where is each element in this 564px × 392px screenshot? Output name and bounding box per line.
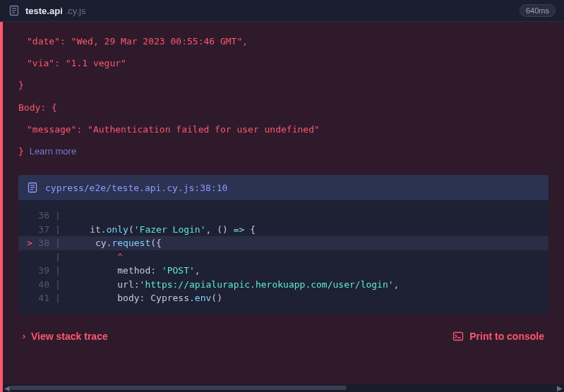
- code-line: | ^: [18, 250, 548, 264]
- main-area: "date": "Wed, 29 Mar 2023 00:55:46 GMT",…: [0, 22, 564, 392]
- code-line: >38| cy.request({: [18, 236, 548, 250]
- file-icon: [27, 182, 38, 193]
- error-content: "date": "Wed, 29 Mar 2023 00:55:46 GMT",…: [3, 22, 564, 392]
- header-left: teste.api .cy.js: [8, 5, 85, 16]
- footer-actions: › View stack trace Print to console: [3, 314, 564, 350]
- console-icon: [452, 331, 464, 342]
- error-body-close: } Learn more: [18, 140, 548, 162]
- print-to-console-button[interactable]: Print to console: [452, 331, 544, 342]
- codeframe-path-link[interactable]: cypress/e2e/teste.api.cy.js:38:10: [18, 175, 548, 200]
- chevron-right-icon: ›: [23, 331, 25, 341]
- error-text-block: "date": "Wed, 29 Mar 2023 00:55:46 GMT",…: [3, 30, 564, 162]
- error-body-open: Body: {: [18, 97, 548, 118]
- code-line: 39| method: 'POST',: [18, 264, 548, 278]
- code-line: 40| url:'https://apialurapic.herokuapp.c…: [18, 278, 548, 292]
- horizontal-scrollbar[interactable]: ◀ ▶: [3, 384, 564, 392]
- header-bar: teste.api .cy.js 640ms: [0, 0, 564, 22]
- code-block: 36|37| it.only('Fazer Login', () => {>38…: [18, 200, 548, 314]
- duration-badge: 640ms: [520, 4, 556, 17]
- file-icon: [8, 5, 20, 16]
- code-line: 36|: [18, 209, 548, 223]
- view-stack-trace-button[interactable]: › View stack trace: [23, 331, 108, 342]
- code-line: 37| it.only('Fazer Login', () => {: [18, 223, 548, 237]
- code-line: 41| body: Cypress.env(): [18, 291, 548, 305]
- error-via-line: "via": "1.1 vegur": [18, 52, 548, 74]
- learn-more-link[interactable]: Learn more: [30, 146, 76, 157]
- error-date-line: "date": "Wed, 29 Mar 2023 00:55:46 GMT",: [18, 30, 548, 52]
- scrollbar-thumb[interactable]: [10, 386, 347, 390]
- codeframe-path: cypress/e2e/teste.api.cy.js:38:10: [45, 183, 227, 193]
- svg-rect-8: [454, 332, 463, 340]
- scroll-right-icon[interactable]: ▶: [556, 384, 564, 392]
- error-message-line: "message": "Authentication failed for us…: [18, 118, 548, 140]
- file-title: teste.api: [25, 6, 63, 16]
- error-close-brace: }: [18, 74, 548, 96]
- file-extension: .cy.js: [66, 6, 86, 16]
